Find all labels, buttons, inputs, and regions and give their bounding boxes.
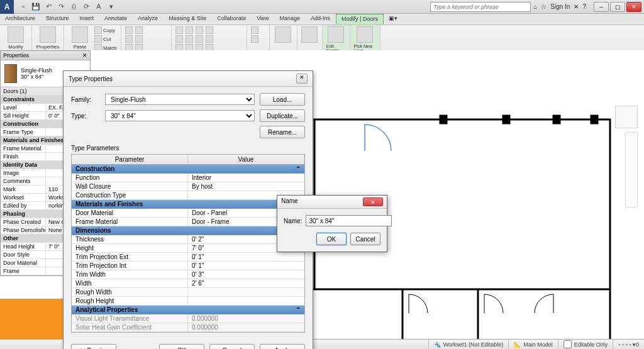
qat-redo-icon[interactable]: ↷ xyxy=(57,3,65,11)
tab-architecture[interactable]: Architecture xyxy=(0,14,41,25)
tab-structure[interactable]: Structure xyxy=(41,14,75,25)
rename-button[interactable]: Rename... xyxy=(260,126,305,138)
param-row[interactable]: Rough Width xyxy=(72,288,304,297)
window-close-button[interactable]: ✕ xyxy=(626,2,641,12)
param-group-header[interactable]: Dimensions⌃ xyxy=(72,226,304,235)
ribbon-panel-toggle[interactable]: ▣▾ xyxy=(384,14,403,25)
modify-tool[interactable] xyxy=(175,35,183,43)
cancel-button[interactable]: Cancel xyxy=(209,344,255,349)
navigation-bar[interactable] xyxy=(625,132,638,208)
name-cancel-button[interactable]: Cancel xyxy=(350,233,380,245)
help-icon[interactable]: ? xyxy=(582,3,586,10)
modify-tool[interactable] xyxy=(206,35,213,43)
status-editable-only[interactable]: Editable Only xyxy=(558,340,613,349)
star-icon[interactable]: ☆ xyxy=(541,3,547,10)
col-value: Value xyxy=(188,155,304,164)
preview-button[interactable]: << Preview xyxy=(71,344,116,349)
param-row[interactable]: Height7' 0" xyxy=(72,244,304,253)
geom-tool[interactable] xyxy=(135,26,143,34)
window-minimize-button[interactable]: – xyxy=(594,2,609,12)
create-button[interactable] xyxy=(301,26,318,44)
window-maximize-button[interactable]: ▢ xyxy=(610,2,625,12)
qat-open-icon[interactable]: ▫ xyxy=(19,3,28,11)
editable-only-checkbox[interactable] xyxy=(564,340,572,348)
apply-button[interactable]: Apply xyxy=(260,344,305,349)
load-button[interactable]: Load... xyxy=(260,93,305,106)
ok-button[interactable]: OK xyxy=(159,344,204,349)
help-search-input[interactable] xyxy=(430,2,531,12)
view-cube[interactable] xyxy=(615,106,638,128)
param-row[interactable]: Solar Heat Gain Coefficient0.000000 xyxy=(72,323,304,332)
modify-tool[interactable] xyxy=(186,26,193,34)
name-dialog-titlebar[interactable]: Name ✕ xyxy=(277,196,387,209)
exchange-icon[interactable]: ✕ xyxy=(574,3,579,10)
view-tool[interactable] xyxy=(251,26,258,34)
qat-measure-icon[interactable]: A xyxy=(94,3,103,11)
modify-tool[interactable] xyxy=(186,35,193,43)
modify-tool[interactable] xyxy=(196,26,203,34)
qat-sync-icon[interactable]: ⟳ xyxy=(82,3,91,11)
pick-new-host-button[interactable]: Pick New Host xyxy=(354,26,376,53)
geom-tool[interactable] xyxy=(135,35,143,43)
param-row[interactable]: Thickness0' 2" xyxy=(72,235,304,244)
param-row[interactable]: Visual Light Transmittance0.000000 xyxy=(72,314,304,323)
status-design-options[interactable]: 📐 Main Model xyxy=(508,340,558,349)
param-row[interactable]: Wall ClosureBy host xyxy=(72,182,304,191)
type-select[interactable]: 30" x 84" xyxy=(105,110,255,121)
modify-tool[interactable] xyxy=(206,26,213,34)
param-row[interactable]: Trim Width0' 3" xyxy=(72,270,304,279)
tab-collaborate[interactable]: Collaborate xyxy=(212,14,252,25)
geom-tool[interactable] xyxy=(125,35,133,43)
tab-manage[interactable]: Manage xyxy=(275,14,306,25)
tab-view[interactable]: View xyxy=(252,14,274,25)
tab-modify-doors[interactable]: Modify | Doors xyxy=(336,14,384,25)
tab-insert[interactable]: Insert xyxy=(75,14,100,25)
properties-button[interactable]: Properties xyxy=(36,26,60,50)
duplicate-button[interactable]: Duplicate... xyxy=(260,109,305,122)
name-dialog-close-button[interactable]: ✕ xyxy=(363,197,383,206)
titlebar: A ▫ 💾 ↶ ↷ ⎙ ⟳ A ▾ ⌂ ☆ Sign In ✕ ? – ▢ ✕ xyxy=(0,0,644,14)
cut-button[interactable]: Cut xyxy=(94,35,117,43)
infocenter-icon[interactable]: ⌂ xyxy=(533,3,537,10)
param-row[interactable]: Trim Projection Int0' 1" xyxy=(72,262,304,270)
dialog-close-button[interactable]: ✕ xyxy=(296,74,308,84)
app-logo[interactable]: A xyxy=(0,0,14,14)
family-select[interactable]: Single-Flush xyxy=(105,94,255,105)
geom-tool[interactable] xyxy=(125,26,133,34)
param-row[interactable]: Width2' 6" xyxy=(72,279,304,288)
close-icon[interactable]: ✕ xyxy=(82,52,87,58)
sign-in-button[interactable]: Sign In xyxy=(550,3,570,10)
status-workset[interactable]: 🔩 Workset1 (Not Editable) xyxy=(428,340,508,349)
param-group-header[interactable]: Materials and Finishes⌃ xyxy=(72,200,304,209)
modify-tool[interactable] xyxy=(196,35,203,43)
modify-button[interactable]: Modify xyxy=(4,26,28,50)
tab-massing-site[interactable]: Massing & Site xyxy=(164,14,212,25)
param-group-header[interactable]: Analytical Properties⌃ xyxy=(72,306,304,314)
view-tool[interactable] xyxy=(251,35,258,43)
properties-title[interactable]: Properties✕ xyxy=(1,51,90,60)
qat-print-icon[interactable]: ⎙ xyxy=(69,3,78,11)
dialog-titlebar[interactable]: Type Properties ✕ xyxy=(64,71,313,87)
measure-button[interactable] xyxy=(274,26,293,44)
qat-undo-icon[interactable]: ↶ xyxy=(44,3,53,11)
tab-analyze[interactable]: Analyze xyxy=(133,14,164,25)
param-row[interactable]: Frame MaterialDoor - Frame xyxy=(72,218,304,226)
param-row[interactable]: Trim Projection Ext0' 1" xyxy=(72,253,304,262)
tab-annotate[interactable]: Annotate xyxy=(99,14,133,25)
tab-add-ins[interactable]: Add-Ins xyxy=(306,14,336,25)
param-row[interactable]: FunctionInterior xyxy=(72,174,304,182)
paste-button[interactable]: Paste xyxy=(68,26,92,50)
status-selection-tools[interactable]: ▫ ▫ ▫ ▫ ▾0 xyxy=(613,340,644,349)
door-icon xyxy=(4,64,17,83)
param-group-header[interactable]: Construction⌃ xyxy=(72,165,304,174)
name-input[interactable] xyxy=(306,215,392,226)
qat-more-icon[interactable]: ▾ xyxy=(107,3,116,11)
qat-save-icon[interactable]: 💾 xyxy=(31,3,40,11)
param-row[interactable]: Rough Height xyxy=(72,297,304,306)
copy-button[interactable]: Copy xyxy=(94,26,117,34)
param-row[interactable]: Construction Type xyxy=(72,191,304,200)
name-ok-button[interactable]: OK xyxy=(316,233,347,245)
param-row[interactable]: Door MaterialDoor - Panel xyxy=(72,209,304,218)
modify-tool[interactable] xyxy=(175,26,183,34)
edit-family-button[interactable]: Edit Family xyxy=(326,26,346,53)
